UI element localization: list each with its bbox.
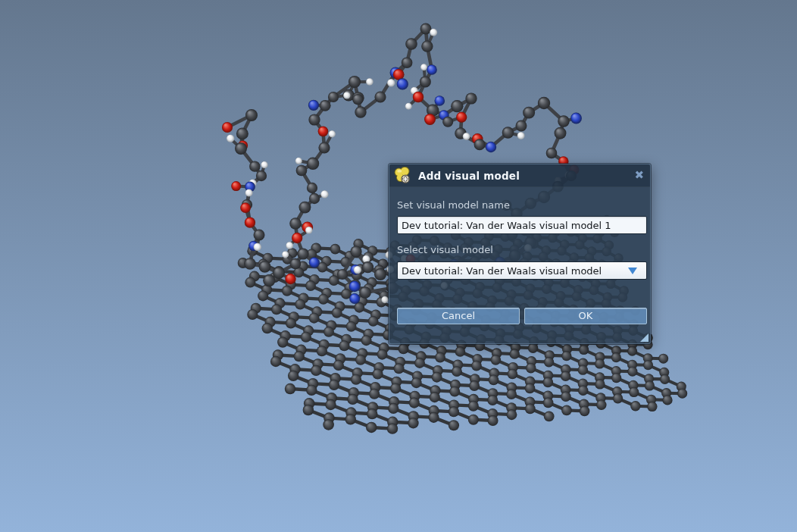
- select-value: Dev tutorial: Van der Waals visual model: [402, 265, 602, 277]
- visual-model-select[interactable]: Dev tutorial: Van der Waals visual model: [397, 261, 647, 280]
- cancel-button[interactable]: Cancel: [397, 308, 520, 324]
- select-label: Select visual model: [397, 244, 647, 255]
- close-icon[interactable]: ✖: [634, 170, 644, 181]
- dialog-body: Set visual model name Select visual mode…: [389, 199, 650, 324]
- name-label: Set visual model name: [397, 199, 647, 211]
- button-row: Cancel OK: [397, 308, 647, 324]
- dialog-titlebar[interactable]: Add visual model ✖: [389, 164, 650, 187]
- ok-button[interactable]: OK: [524, 308, 647, 324]
- dialog-title: Add visual model: [418, 170, 520, 182]
- add-visual-model-icon: [393, 167, 411, 185]
- resize-handle-icon[interactable]: [640, 333, 649, 342]
- visual-model-name-input[interactable]: [397, 216, 647, 234]
- dropdown-arrow-icon: [628, 268, 637, 274]
- add-visual-model-dialog: Add visual model ✖ Set visual model name…: [389, 164, 651, 344]
